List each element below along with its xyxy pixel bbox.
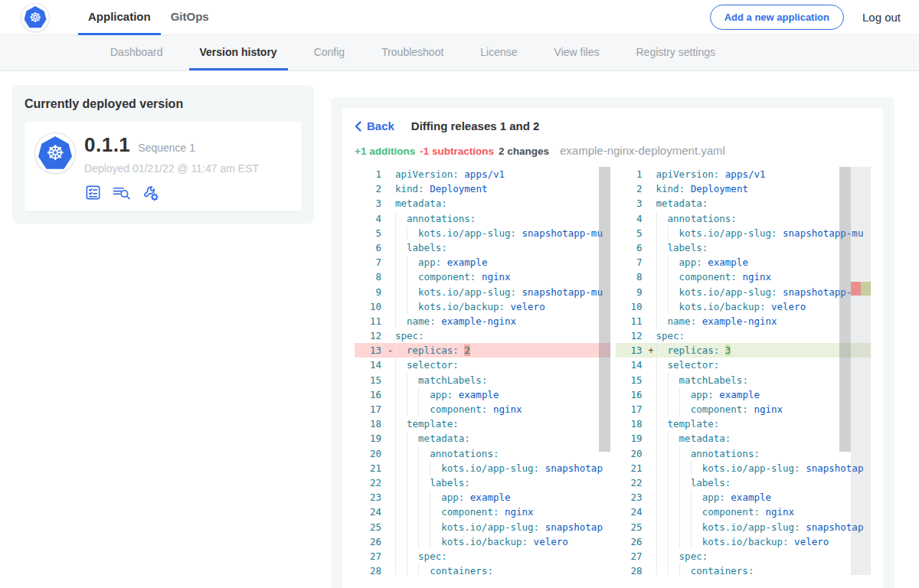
scrollbar-thumb-right[interactable] <box>839 167 851 452</box>
topnav-tabs: ApplicationGitOps <box>78 0 219 35</box>
code-line: 13+replicas: 3 <box>616 343 872 358</box>
code-line: 19metadata: <box>616 431 872 446</box>
currently-deployed-card: Currently deployed version ☸ 0.1.1 Seque… <box>12 85 314 224</box>
back-label: Back <box>367 119 394 132</box>
diff-filename: example-nginx-deployment.yaml <box>560 144 725 157</box>
code-line: 2kind: Deployment <box>616 181 872 196</box>
kubernetes-logo: ☸ <box>21 4 49 31</box>
kubernetes-wheel-icon: ☸ <box>25 6 47 28</box>
scrollbar-thumb-left[interactable] <box>599 167 610 452</box>
code-line: 3metadata: <box>616 196 872 211</box>
app-subnav: DashboardVersion historyConfigTroublesho… <box>0 35 919 71</box>
deployed-timestamp: Deployed 01/21/22 @ 11:47 am EST <box>84 162 259 175</box>
code-line: 6labels: <box>616 240 872 255</box>
code-line: 7app: example <box>355 255 610 270</box>
code-line: 4annotations: <box>355 211 610 226</box>
code-line: 27spec: <box>355 549 610 564</box>
topnav-tab-application[interactable]: Application <box>78 0 161 35</box>
code-line: 15matchLabels: <box>355 373 610 387</box>
subnav-item-license[interactable]: License <box>469 35 528 70</box>
subnav-item-registry-settings[interactable]: Registry settings <box>625 35 725 70</box>
code-line: 28containers: <box>355 564 610 575</box>
kubernetes-wheel-icon: ☸ <box>38 136 72 170</box>
subnav-item-config[interactable]: Config <box>303 35 355 70</box>
code-line: 10kots.io/backup: velero <box>355 299 610 314</box>
code-line: 6labels: <box>355 240 610 255</box>
subtractions-count: -1 subtractions <box>420 145 494 157</box>
overview-ruler <box>851 167 871 575</box>
preflight-checks-icon[interactable] <box>84 184 102 201</box>
code-line: 21kots.io/app-slug: snapshotap <box>616 461 872 475</box>
code-line: 23app: example <box>355 490 610 505</box>
diff-panes: 1apiVersion: apps/v12kind: Deployment3me… <box>355 167 871 575</box>
code-line: 20annotations: <box>355 446 610 461</box>
code-line: 14selector: <box>616 358 872 372</box>
code-line: 28containers: <box>616 564 872 575</box>
code-line: 12spec: <box>616 328 872 343</box>
code-line: 16app: example <box>616 387 872 402</box>
code-line: 24component: nginx <box>616 505 872 519</box>
code-line: 19metadata: <box>355 431 610 446</box>
release-notes-icon[interactable] <box>112 184 132 201</box>
code-line: 1apiVersion: apps/v1 <box>616 167 872 181</box>
code-line: 9kots.io/app-slug: snapshotapp-mu <box>616 285 872 299</box>
edit-config-icon[interactable] <box>142 184 160 201</box>
diff-stats: +1 additions -1 subtractions 2 changes e… <box>355 144 871 157</box>
code-line: 27spec: <box>616 549 872 564</box>
subnav-item-dashboard[interactable]: Dashboard <box>100 35 174 70</box>
logout-link[interactable]: Log out <box>862 11 901 24</box>
sequence-label: Sequence 1 <box>138 142 195 154</box>
code-line: 4annotations: <box>616 211 872 226</box>
diff-panel: Back Diffing releases 1 and 2 +1 additio… <box>331 97 894 588</box>
code-line: 23app: example <box>616 490 872 505</box>
code-line: 8component: nginx <box>355 270 610 284</box>
deployed-card-title: Currently deployed version <box>25 97 302 111</box>
back-link[interactable]: Back <box>355 119 394 132</box>
code-line: 11name: example-nginx <box>355 314 610 328</box>
diff-card: Back Diffing releases 1 and 2 +1 additio… <box>342 108 883 588</box>
code-line: 5kots.io/app-slug: snapshotapp-mu <box>355 226 610 240</box>
diff-header: Back Diffing releases 1 and 2 <box>355 119 871 132</box>
ruler-addition-marker <box>861 282 871 296</box>
code-line: 18template: <box>616 416 872 431</box>
version-actions <box>84 184 259 201</box>
version-number: 0.1.1 <box>84 133 130 157</box>
code-line: 11name: example-nginx <box>616 314 872 328</box>
version-info: 0.1.1 Sequence 1 Deployed 01/21/22 @ 11:… <box>84 133 259 201</box>
subnav-item-troubleshoot[interactable]: Troubleshoot <box>371 35 454 70</box>
code-line: 22labels: <box>355 475 610 490</box>
code-line: 9kots.io/app-slug: snapshotapp-mu <box>355 285 610 299</box>
topnav-tab-gitops[interactable]: GitOps <box>161 0 219 35</box>
subnav-item-version-history[interactable]: Version history <box>189 35 288 70</box>
diff-pane-right[interactable]: 1apiVersion: apps/v12kind: Deployment3me… <box>616 167 872 575</box>
subnav-item-view-files[interactable]: View files <box>544 35 610 70</box>
code-line: 12spec: <box>355 328 610 343</box>
additions-count: +1 additions <box>355 145 415 157</box>
add-application-button[interactable]: Add a new application <box>710 5 844 30</box>
app-icon: ☸ <box>35 133 75 173</box>
diff-pane-left[interactable]: 1apiVersion: apps/v12kind: Deployment3me… <box>355 167 610 575</box>
code-line: 22labels: <box>616 475 872 490</box>
code-line: 15matchLabels: <box>616 373 872 387</box>
version-card: ☸ 0.1.1 Sequence 1 Deployed 01/21/22 @ 1… <box>25 122 302 211</box>
top-navbar: ☸ ApplicationGitOps Add a new applicatio… <box>0 0 919 35</box>
code-line: 26kots.io/backup: velero <box>616 534 872 549</box>
code-line: 8component: nginx <box>616 270 872 284</box>
code-line: 24component: nginx <box>355 505 610 519</box>
code-line: 25kots.io/app-slug: snapshotap <box>355 520 610 534</box>
main-content: Currently deployed version ☸ 0.1.1 Seque… <box>0 71 919 588</box>
code-line: 20annotations: <box>616 446 872 461</box>
code-line: 21kots.io/app-slug: snapshotap <box>355 461 610 475</box>
chevron-left-icon <box>355 121 361 132</box>
code-right: 1apiVersion: apps/v12kind: Deployment3me… <box>616 167 872 575</box>
code-left: 1apiVersion: apps/v12kind: Deployment3me… <box>355 167 610 575</box>
code-line: 7app: example <box>616 255 872 270</box>
code-line: 14selector: <box>355 358 610 372</box>
code-line: 5kots.io/app-slug: snapshotapp-mu <box>616 226 872 240</box>
changes-count: 2 changes <box>499 145 549 157</box>
diff-title: Diffing releases 1 and 2 <box>411 119 540 132</box>
code-line: 26kots.io/backup: velero <box>355 534 610 549</box>
topnav-actions: Add a new application Log out <box>710 5 901 30</box>
code-line: 10kots.io/backup: velero <box>616 299 872 314</box>
code-line: 25kots.io/app-slug: snapshotap <box>616 520 872 534</box>
